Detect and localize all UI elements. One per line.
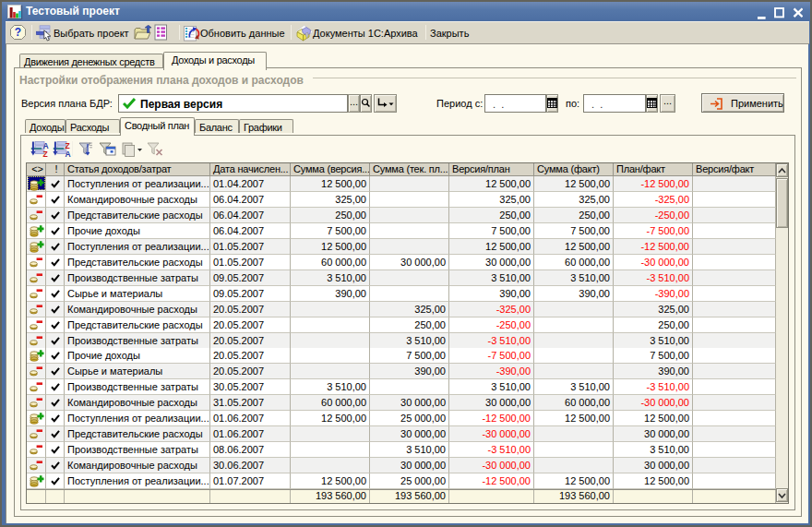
- svg-text:Z: Z: [43, 150, 48, 158]
- svg-text:?: ?: [15, 26, 21, 39]
- svg-text:A: A: [66, 150, 71, 158]
